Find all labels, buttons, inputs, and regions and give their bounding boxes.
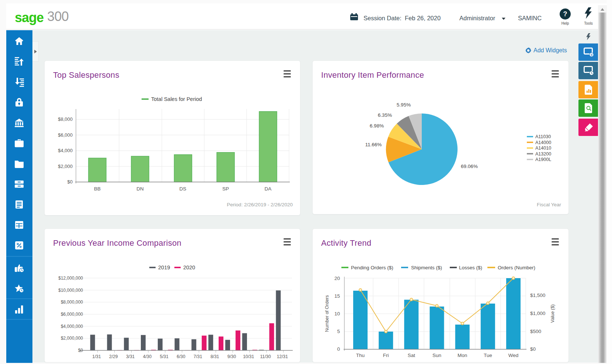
svg-text:3/31: 3/31 bbox=[126, 354, 135, 359]
svg-text:$4,000: $4,000 bbox=[58, 148, 73, 153]
svg-text:$1,500: $1,500 bbox=[530, 293, 545, 298]
svg-text:6.98%: 6.98% bbox=[370, 123, 384, 129]
svg-text:5: 5 bbox=[337, 329, 340, 334]
svg-text:Tue: Tue bbox=[484, 353, 492, 358]
svg-text:DN: DN bbox=[136, 186, 144, 192]
svg-text:$8,000: $8,000 bbox=[58, 116, 73, 122]
svg-text:9/30: 9/30 bbox=[227, 354, 236, 359]
svg-text:11.66%: 11.66% bbox=[365, 142, 382, 147]
svg-text:$500: $500 bbox=[530, 329, 541, 334]
svg-text:Pending Orders ($): Pending Orders ($) bbox=[351, 265, 393, 270]
svg-text:5/31: 5/31 bbox=[160, 354, 169, 359]
svg-text:2019: 2019 bbox=[158, 265, 170, 270]
svg-text:2/29: 2/29 bbox=[109, 354, 118, 359]
svg-text:4/30: 4/30 bbox=[143, 354, 152, 359]
svg-text:6/30: 6/30 bbox=[177, 354, 185, 359]
svg-text:$2,000,000: $2,000,000 bbox=[61, 336, 83, 341]
svg-text:$0: $0 bbox=[530, 346, 536, 352]
svg-text:8/31: 8/31 bbox=[211, 354, 219, 359]
svg-text:11/30: 11/30 bbox=[260, 354, 271, 359]
svg-text:7/31: 7/31 bbox=[194, 354, 202, 359]
svg-text:$0: $0 bbox=[78, 348, 83, 353]
svg-text:A11030: A11030 bbox=[535, 134, 551, 139]
svg-text:A1900L: A1900L bbox=[535, 157, 551, 162]
svg-text:Sat: Sat bbox=[408, 353, 415, 358]
svg-text:$4,000,000: $4,000,000 bbox=[61, 324, 83, 329]
svg-text:Period: 2/26/2019 - 2/26/2020: Period: 2/26/2019 - 2/26/2020 bbox=[227, 202, 293, 207]
svg-text:69.06%: 69.06% bbox=[461, 164, 478, 169]
svg-text:DS: DS bbox=[180, 186, 187, 192]
svg-text:$10,000,000: $10,000,000 bbox=[58, 288, 83, 293]
svg-text:1/31: 1/31 bbox=[92, 354, 101, 359]
svg-text:Number of Orders: Number of Orders bbox=[324, 295, 330, 332]
svg-text:10/31: 10/31 bbox=[243, 354, 254, 359]
svg-text:$0: $0 bbox=[67, 179, 73, 185]
svg-text:12/31: 12/31 bbox=[277, 354, 288, 359]
svg-text:0: 0 bbox=[337, 346, 340, 352]
svg-text:6.35%: 6.35% bbox=[378, 112, 392, 118]
svg-text:15: 15 bbox=[334, 293, 340, 299]
svg-text:$6,000,000: $6,000,000 bbox=[61, 312, 83, 317]
svg-text:Value ($): Value ($) bbox=[550, 304, 555, 323]
svg-text:A14000: A14000 bbox=[535, 140, 551, 145]
svg-text:5.95%: 5.95% bbox=[397, 102, 411, 108]
svg-text:$1,000: $1,000 bbox=[530, 311, 545, 316]
svg-text:Fri: Fri bbox=[383, 353, 389, 358]
svg-text:$6,000: $6,000 bbox=[58, 132, 73, 138]
svg-text:A13200: A13200 bbox=[535, 151, 551, 157]
svg-text:2020: 2020 bbox=[183, 265, 195, 270]
svg-text:Total Sales for Period: Total Sales for Period bbox=[151, 96, 202, 102]
svg-text:A14010: A14010 bbox=[535, 146, 551, 151]
svg-text:Mon: Mon bbox=[458, 353, 467, 358]
svg-text:Wed: Wed bbox=[508, 353, 519, 358]
svg-text:SP: SP bbox=[222, 186, 229, 192]
svg-text:Fiscal Year: Fiscal Year bbox=[537, 202, 561, 207]
svg-text:Sun: Sun bbox=[432, 353, 441, 358]
svg-text:DA: DA bbox=[265, 186, 272, 192]
svg-text:$2,000: $2,000 bbox=[58, 164, 73, 169]
svg-text:Orders (Number): Orders (Number) bbox=[498, 265, 535, 270]
svg-text:BB: BB bbox=[94, 186, 101, 192]
svg-text:Thu: Thu bbox=[356, 353, 365, 358]
svg-text:0: 0 bbox=[591, 53, 592, 57]
svg-text:20: 20 bbox=[334, 276, 340, 281]
svg-text:10: 10 bbox=[334, 311, 340, 316]
svg-text:$12,000,000: $12,000,000 bbox=[58, 276, 83, 281]
svg-text:Shipments ($): Shipments ($) bbox=[411, 265, 442, 270]
svg-text:Losses ($): Losses ($) bbox=[459, 265, 482, 270]
svg-text:$8,000,000: $8,000,000 bbox=[61, 300, 83, 305]
